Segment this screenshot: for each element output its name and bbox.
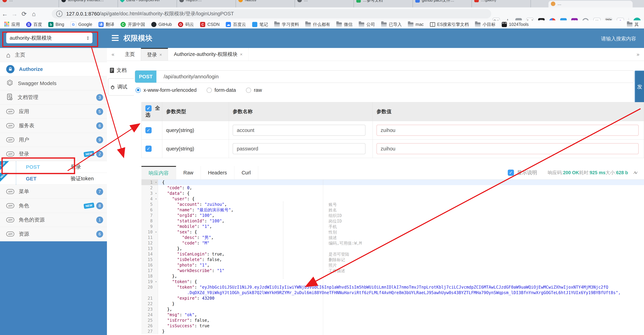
browser-tab-title: … bbox=[9, 0, 13, 2]
response-tab-响应内容[interactable]: 响应内容 bbox=[142, 166, 176, 180]
response-tab-Raw[interactable]: Raw bbox=[176, 166, 201, 180]
forward-button[interactable]: → bbox=[10, 8, 19, 20]
param-checkbox[interactable]: ✓ bbox=[146, 146, 152, 152]
bookmark-item[interactable]: GitHub bbox=[151, 22, 172, 27]
param-name-input[interactable]: account bbox=[233, 125, 366, 136]
content-tab-Authorize-authority-权限模块[interactable]: Authorize-authority-权限模块× bbox=[168, 48, 248, 61]
code-text: { bbox=[158, 180, 164, 185]
sidebar-item-登录[interactable]: API登录NEW2 bbox=[0, 147, 107, 161]
browser-tab[interactable]: … bbox=[295, 0, 354, 8]
bookmark-item[interactable]: 已导入 bbox=[381, 22, 402, 27]
hexagon-icon bbox=[6, 79, 14, 87]
home-button[interactable]: ⌂ bbox=[29, 8, 39, 20]
param-value-input[interactable]: zuihou bbox=[376, 125, 639, 136]
module-select[interactable]: authority-权限模块 ▲▼ bbox=[6, 32, 92, 43]
header-search-input[interactable]: 请输入搜索内容 bbox=[601, 35, 636, 42]
sidebar-item-资源[interactable]: API资源6 bbox=[0, 227, 107, 241]
site-info-icon[interactable]: i bbox=[56, 11, 62, 17]
field-annotation: 姓名 bbox=[328, 207, 337, 213]
bookmark-item[interactable]: G码云 bbox=[178, 22, 194, 27]
sidebar-item-Authorize[interactable]: Authorize bbox=[0, 62, 107, 76]
folder-icon bbox=[274, 22, 280, 26]
browser-tab[interactable]: Land - JumpServer bbox=[118, 0, 177, 8]
close-tab-icon[interactable]: × bbox=[240, 52, 242, 57]
tab-debug[interactable]: 调试 bbox=[108, 78, 134, 96]
bookmark-item[interactable]: 百百度 bbox=[26, 22, 42, 27]
browser-tab-active[interactable]: … bbox=[548, 1, 632, 8]
sidebar-item-应用[interactable]: API应用5 bbox=[0, 104, 107, 119]
expand-tabs-icon[interactable]: » bbox=[632, 48, 644, 61]
browser-tab[interactable]: temporary interact… bbox=[59, 0, 118, 8]
code-line: 19▾ "token": { bbox=[142, 279, 644, 284]
sidebar-item-主页[interactable]: ⌂主页 bbox=[0, 48, 107, 62]
bookmark-item[interactable]: C开源中国 bbox=[120, 22, 145, 27]
reload-button[interactable]: ⟳ bbox=[19, 8, 29, 20]
sidebar-item-角色[interactable]: API角色NEW8 bbox=[0, 199, 107, 213]
response-editor[interactable]: 1▾{2 "code": 0,3▾ "data": {4▾ "user": {5… bbox=[142, 180, 644, 335]
body-type-radio-form-data[interactable]: form-data bbox=[206, 87, 236, 93]
response-tab-Curl[interactable]: Curl bbox=[234, 166, 258, 180]
grey-shield-tab-icon bbox=[297, 0, 302, 2]
send-button[interactable]: 发 bbox=[634, 70, 644, 106]
bookmark-item[interactable]: ES搜索引擎文档 bbox=[430, 22, 469, 27]
content-tab-主页[interactable]: 主页 bbox=[119, 48, 141, 61]
bookmark-item[interactable]: 应用 bbox=[4, 22, 20, 27]
bookmark-item[interactable]: 什么都有 bbox=[305, 22, 330, 27]
api-icon: API bbox=[6, 124, 14, 127]
browser-tab[interactable]: https://… bbox=[177, 0, 236, 8]
bing-icon: b bbox=[48, 22, 54, 27]
radio-label: raw bbox=[254, 87, 262, 93]
close-tab-icon[interactable]: × bbox=[159, 52, 162, 58]
select-all-checkbox[interactable]: ✓ bbox=[146, 105, 152, 112]
request-url[interactable]: /api/authority/anno/login bbox=[164, 74, 219, 80]
code-text: "isError": false, bbox=[158, 318, 210, 323]
bookmark-item[interactable]: 公司 bbox=[359, 22, 375, 27]
collapse-tabs-icon[interactable]: « bbox=[107, 48, 119, 61]
folder-icon bbox=[627, 22, 632, 26]
sidebar-item-角色的资源[interactable]: API角色的资源1 bbox=[0, 213, 107, 227]
sidebar-item-菜单[interactable]: API菜单7 bbox=[0, 184, 107, 199]
bookmark-item[interactable]: 小目标 bbox=[475, 22, 496, 27]
back-button[interactable]: ← bbox=[0, 8, 10, 20]
bookmark-item[interactable]: ☁百度云 bbox=[226, 22, 246, 27]
tab-document[interactable]: 文档 bbox=[109, 67, 126, 74]
bookmark-item[interactable]: CCSDN bbox=[200, 22, 220, 27]
gutter-cell: 22 bbox=[142, 301, 158, 306]
browser-tab[interactable]: Nacos bbox=[236, 0, 295, 8]
param-name-input[interactable]: password bbox=[233, 143, 366, 154]
bookmark-item[interactable]: 笔记 bbox=[252, 22, 268, 27]
param-checkbox[interactable]: ✓ bbox=[146, 127, 152, 133]
sidebar-item-服务表[interactable]: API服务表6 bbox=[0, 119, 107, 133]
folder-icon bbox=[305, 22, 311, 26]
gutter-cell: 10▾ bbox=[142, 229, 158, 235]
bookmark-item[interactable]: 微信 bbox=[336, 22, 352, 27]
bookmark-item[interactable]: bBing bbox=[48, 22, 64, 27]
browser-tab[interactable]: github pach文件… bbox=[413, 0, 472, 8]
show-desc-checkbox[interactable]: ✓ bbox=[508, 170, 514, 176]
bookmark-label: 公司 bbox=[366, 22, 375, 27]
sidebar-item-文档管理[interactable]: 文档管理3 bbox=[0, 90, 107, 104]
bookmark-item[interactable]: 10 241024Tools bbox=[502, 22, 528, 27]
response-tab-Headers[interactable]: Headers bbox=[201, 166, 234, 180]
menu-icon[interactable] bbox=[112, 35, 119, 41]
param-value-input[interactable]: zuihou bbox=[376, 143, 639, 154]
bookmark-item[interactable]: 译翻译 bbox=[98, 22, 114, 27]
content-tab-登录[interactable]: 登录× bbox=[141, 48, 168, 61]
bookmark-item[interactable]: 学习资料 bbox=[274, 22, 299, 27]
other-bookmarks[interactable]: 其 bbox=[627, 20, 639, 28]
sidebar-item-用户[interactable]: API用户9 bbox=[0, 133, 107, 147]
body-type-radio-x-www-form-urlencoded[interactable]: x-www-form-urlencoded bbox=[136, 87, 196, 93]
code-line: .DqDXZd_Y0iWkgYJt1OGh_puSkB7Q2lWmYkH9RZY… bbox=[142, 290, 644, 296]
code-text: "account": "zuihou", bbox=[158, 202, 227, 207]
bookmark-item[interactable]: mac bbox=[408, 22, 424, 27]
browser-tab[interactable]: …参考文档 bbox=[354, 0, 413, 8]
address-bar[interactable]: i 127.0.0.1:8760/api/gate/doc.html#/auth… bbox=[52, 9, 491, 18]
browser-tab[interactable]: … bbox=[0, 0, 59, 8]
code-text: }, bbox=[158, 274, 177, 279]
bookmark-item[interactable]: GGoogle bbox=[70, 22, 92, 28]
sidebar-item-Swagger Models[interactable]: Swagger Models bbox=[0, 76, 107, 90]
browser-tab[interactable]: …(pach) bbox=[472, 0, 531, 8]
fullscreen-icon[interactable]: ↗↙ bbox=[633, 170, 637, 175]
body-type-radio-raw[interactable]: raw bbox=[246, 87, 262, 93]
params-header-参数类型: 参数类型 bbox=[162, 102, 229, 121]
